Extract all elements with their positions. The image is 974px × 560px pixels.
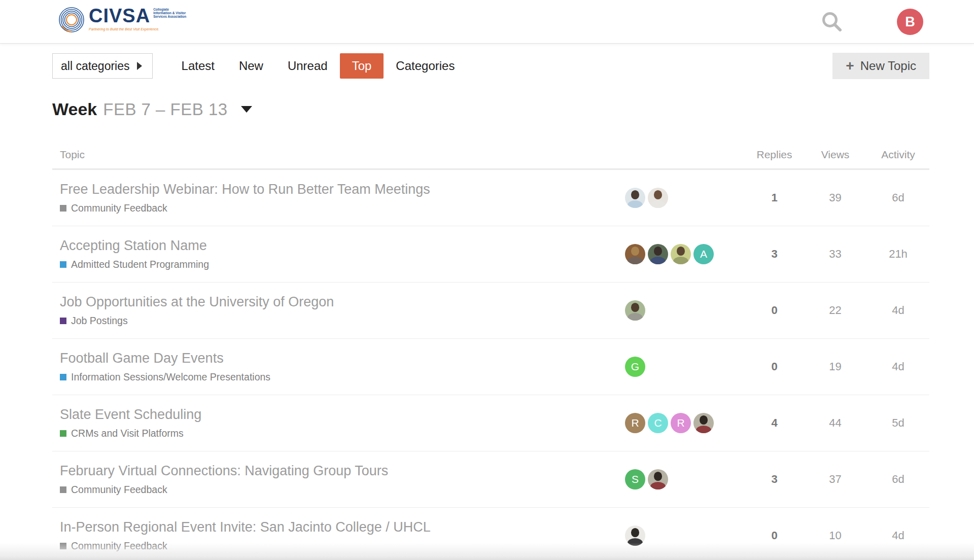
user-avatar[interactable] bbox=[625, 300, 645, 321]
activity-time: 5d bbox=[867, 416, 929, 430]
topic-title[interactable]: Football Game Day Events bbox=[60, 351, 613, 366]
category-link[interactable]: Community Feedback bbox=[60, 540, 613, 552]
user-avatar[interactable] bbox=[671, 244, 691, 264]
category-name: Information Sessions/Welcome Presentatio… bbox=[71, 371, 270, 383]
topic-table: Topic Replies Views Activity Free Leader… bbox=[52, 141, 929, 560]
topic-title[interactable]: Slate Event Scheduling bbox=[60, 407, 613, 422]
posters-cell bbox=[613, 300, 745, 321]
replies-count: 3 bbox=[745, 248, 804, 261]
col-header-views[interactable]: Views bbox=[804, 149, 867, 161]
user-avatar[interactable] bbox=[648, 244, 668, 264]
logo-wordmark: CIVSA bbox=[89, 6, 150, 26]
user-avatar[interactable]: S bbox=[625, 469, 645, 489]
nav-item-top[interactable]: Top bbox=[340, 53, 384, 79]
nav-item-latest[interactable]: Latest bbox=[169, 53, 227, 79]
category-badge bbox=[60, 205, 66, 212]
site-header: CIVSA Collegiate Information & Visitor S… bbox=[0, 0, 974, 44]
topic-row: February Virtual Connections: Navigating… bbox=[52, 451, 929, 508]
posters-cell: A bbox=[613, 244, 745, 264]
category-link[interactable]: Community Feedback bbox=[60, 202, 613, 214]
user-avatar[interactable]: R bbox=[671, 413, 691, 433]
topic-title[interactable]: Free Leadership Webinar: How to Run Bett… bbox=[60, 182, 613, 197]
current-user-avatar[interactable]: B bbox=[897, 9, 923, 35]
col-header-activity[interactable]: Activity bbox=[867, 149, 929, 161]
category-filter-label: all categories bbox=[61, 59, 130, 73]
new-topic-label: New Topic bbox=[860, 59, 916, 73]
logo-tagline: Partnering to Build the Best Visit Exper… bbox=[89, 27, 187, 31]
category-link[interactable]: Job Postings bbox=[60, 315, 613, 327]
user-avatar[interactable]: R bbox=[625, 413, 645, 433]
category-link[interactable]: Information Sessions/Welcome Presentatio… bbox=[60, 371, 613, 383]
user-avatar[interactable] bbox=[625, 526, 645, 546]
period-label: Week bbox=[52, 99, 97, 119]
user-avatar[interactable] bbox=[648, 469, 668, 489]
chevron-down-icon[interactable] bbox=[241, 106, 252, 113]
topic-title[interactable]: February Virtual Connections: Navigating… bbox=[60, 463, 613, 478]
topic-title[interactable]: Accepting Station Name bbox=[60, 238, 613, 253]
civsa-rings-icon bbox=[58, 7, 85, 33]
user-avatar[interactable]: C bbox=[648, 413, 668, 433]
category-filter-dropdown[interactable]: all categories bbox=[52, 53, 153, 79]
activity-time: 4d bbox=[867, 529, 929, 542]
new-topic-button[interactable]: + New Topic bbox=[832, 53, 929, 79]
activity-time: 6d bbox=[867, 473, 929, 486]
user-avatar[interactable]: A bbox=[693, 244, 714, 264]
user-avatar[interactable]: G bbox=[625, 357, 645, 377]
category-link[interactable]: CRMs and Visit Platforms bbox=[60, 428, 613, 439]
views-count: 33 bbox=[804, 248, 867, 261]
user-avatar[interactable] bbox=[625, 244, 645, 264]
views-count: 39 bbox=[804, 191, 867, 204]
views-count: 37 bbox=[804, 473, 867, 486]
col-header-replies[interactable]: Replies bbox=[745, 149, 804, 161]
user-avatar[interactable] bbox=[693, 413, 714, 433]
category-name: Job Postings bbox=[71, 315, 128, 327]
activity-time: 6d bbox=[867, 191, 929, 204]
nav-item-unread[interactable]: Unread bbox=[275, 53, 340, 79]
user-avatar[interactable] bbox=[625, 188, 645, 208]
period-heading: Week FEB 7 – FEB 13 bbox=[52, 99, 929, 119]
nav-item-categories[interactable]: Categories bbox=[384, 53, 467, 79]
category-name: Community Feedback bbox=[71, 202, 167, 214]
topic-title[interactable]: Job Opportunities at the University of O… bbox=[60, 294, 613, 309]
caret-right-icon bbox=[137, 62, 142, 70]
hamburger-menu-icon[interactable] bbox=[858, 12, 882, 32]
topic-row: Free Leadership Webinar: How to Run Bett… bbox=[52, 170, 929, 226]
category-badge bbox=[60, 374, 66, 380]
category-name: Community Feedback bbox=[71, 540, 167, 552]
posters-cell: RCR bbox=[613, 413, 745, 433]
replies-count: 3 bbox=[745, 473, 804, 486]
activity-time: 4d bbox=[867, 304, 929, 317]
category-badge bbox=[60, 318, 66, 324]
plus-icon: + bbox=[846, 59, 854, 73]
category-badge bbox=[60, 261, 66, 268]
views-count: 44 bbox=[804, 416, 867, 430]
nav-pills: LatestNewUnreadTopCategories bbox=[169, 53, 467, 79]
category-name: CRMs and Visit Platforms bbox=[71, 428, 184, 439]
category-badge bbox=[60, 430, 66, 437]
period-range: FEB 7 – FEB 13 bbox=[103, 100, 227, 119]
category-link[interactable]: Admitted Student Programming bbox=[60, 259, 613, 270]
topic-row: Slate Event SchedulingCRMs and Visit Pla… bbox=[52, 395, 929, 451]
table-header-row: Topic Replies Views Activity bbox=[52, 141, 929, 170]
topic-row: In-Person Regional Event Invite: San Jac… bbox=[52, 508, 929, 560]
user-avatar[interactable] bbox=[648, 188, 668, 208]
posters-cell: G bbox=[613, 357, 745, 377]
category-badge bbox=[60, 543, 66, 549]
topic-row: Job Opportunities at the University of O… bbox=[52, 283, 929, 339]
replies-count: 1 bbox=[745, 191, 804, 204]
category-link[interactable]: Community Feedback bbox=[60, 484, 613, 496]
posters-cell bbox=[613, 188, 745, 208]
topic-row: Football Game Day EventsInformation Sess… bbox=[52, 339, 929, 395]
col-header-topic: Topic bbox=[52, 149, 613, 161]
activity-time: 21h bbox=[867, 248, 929, 261]
posters-cell: S bbox=[613, 469, 745, 489]
views-count: 10 bbox=[804, 529, 867, 542]
topic-rows: Free Leadership Webinar: How to Run Bett… bbox=[52, 170, 929, 560]
list-controls: all categories LatestNewUnreadTopCategor… bbox=[52, 53, 929, 79]
posters-cell bbox=[613, 526, 745, 546]
nav-item-new[interactable]: New bbox=[227, 53, 275, 79]
topic-title[interactable]: In-Person Regional Event Invite: San Jac… bbox=[60, 519, 613, 535]
search-icon[interactable] bbox=[821, 11, 843, 33]
category-badge bbox=[60, 486, 66, 493]
site-logo[interactable]: CIVSA Collegiate Information & Visitor S… bbox=[58, 6, 187, 33]
